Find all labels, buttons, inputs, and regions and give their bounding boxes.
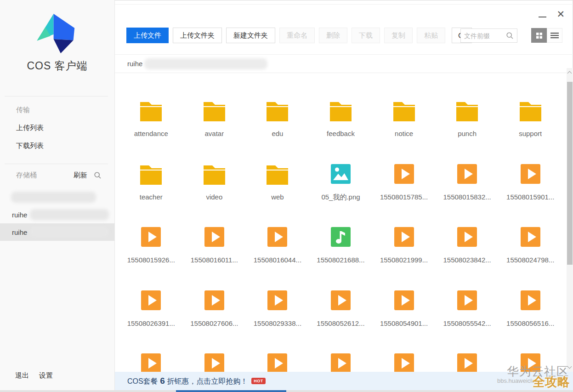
vertical-scrollbar[interactable]	[567, 68, 573, 372]
hot-badge: HOT	[251, 378, 266, 384]
folder-icon	[201, 97, 227, 124]
sidebar-item-2[interactable]: 下载列表	[0, 137, 114, 155]
video-file-icon	[328, 350, 354, 372]
toolbar-button-2[interactable]: 新建文件夹	[226, 28, 275, 43]
file-item[interactable]	[246, 349, 309, 372]
close-icon[interactable]: ✕	[556, 8, 565, 20]
grid-view-button[interactable]	[531, 28, 547, 43]
file-item[interactable]: video	[183, 159, 246, 223]
file-item[interactable]: 15508029338...	[246, 286, 309, 349]
file-item[interactable]: web	[246, 159, 309, 223]
horizontal-scrollbar-thumb[interactable]	[176, 390, 286, 392]
file-item[interactable]: feedback	[309, 96, 373, 159]
file-item[interactable]	[499, 349, 562, 372]
window-controls: ✕	[539, 8, 565, 20]
scroll-up-icon[interactable]	[567, 71, 572, 76]
sidebar-divider	[5, 164, 108, 164]
file-name: 15508055542...	[443, 319, 491, 327]
file-item[interactable]: 15508021999...	[372, 222, 436, 286]
sidebar-item-1[interactable]: 上传列表	[0, 119, 114, 137]
bucket-item-1[interactable]: ruihe	[0, 206, 114, 223]
file-item[interactable]: edu	[246, 96, 309, 159]
bucket-item-2[interactable]: ruihe	[0, 223, 114, 241]
toolbar-button-5[interactable]: 下载	[352, 28, 380, 43]
folder-icon	[138, 161, 164, 187]
file-name: notice	[395, 130, 413, 137]
file-item[interactable]: 15508015832...	[436, 159, 499, 223]
scroll-down-icon[interactable]	[567, 364, 572, 369]
promo-discount: 6	[160, 376, 165, 386]
buckets-refresh-button[interactable]: 刷新	[74, 171, 87, 180]
cos-logo-icon	[37, 14, 77, 53]
file-item[interactable]: 15508016011...	[183, 222, 246, 286]
image-file-icon	[328, 161, 354, 187]
file-item[interactable]	[309, 349, 373, 372]
file-prefix-search-input[interactable]	[464, 32, 505, 40]
file-item[interactable]: 15508054901...	[372, 286, 436, 349]
scrollbar-thumb[interactable]	[567, 82, 573, 265]
file-name: support	[519, 130, 542, 137]
promo-text-prefix: COS套餐	[127, 377, 160, 385]
video-file-icon	[517, 287, 544, 313]
bucket-item-0[interactable]	[0, 188, 114, 206]
file-name: 15508021999...	[380, 256, 428, 264]
view-toggles	[531, 28, 562, 43]
file-item[interactable]: 15508023842...	[436, 222, 499, 286]
file-item[interactable]: support	[499, 96, 562, 159]
file-name: 05_我的.png	[321, 193, 360, 202]
file-item[interactable]: punch	[436, 96, 499, 159]
video-file-icon	[517, 224, 544, 250]
file-item[interactable]: 15508056516...	[499, 286, 562, 349]
horizontal-scrollbar[interactable]	[0, 390, 573, 392]
file-item[interactable]: 15508026391...	[119, 286, 183, 349]
file-name: teacher	[140, 193, 163, 201]
video-file-icon	[391, 350, 417, 372]
video-file-icon	[201, 287, 227, 313]
file-item[interactable]: 15508015926...	[119, 222, 183, 286]
file-item[interactable]: 15508024798...	[499, 222, 562, 286]
logout-button[interactable]: 退出	[15, 371, 29, 380]
file-name: 15508052612...	[317, 319, 364, 327]
sidebar-divider	[5, 96, 108, 97]
file-item[interactable]: teacher	[119, 159, 183, 223]
sidebar: COS 客户端 传输上传列表下载列表 存储桶 刷新 ruiheruihe 退出 …	[0, 0, 115, 392]
minimize-icon[interactable]	[539, 17, 546, 17]
file-name: 15508029338...	[254, 319, 301, 327]
file-item[interactable]	[436, 349, 499, 372]
file-item[interactable]	[183, 349, 246, 372]
file-search-box	[460, 28, 517, 43]
toolbar-button-6[interactable]: 复制	[384, 28, 413, 43]
file-item[interactable]: 15508027606...	[183, 286, 246, 349]
file-item[interactable]: 15508052612...	[309, 286, 373, 349]
file-item[interactable]	[119, 349, 183, 372]
folder-icon	[264, 97, 290, 124]
file-item[interactable]: 15508015785...	[372, 159, 436, 223]
file-name: 15508015832...	[443, 193, 491, 201]
list-view-button[interactable]	[547, 28, 562, 43]
sidebar-item-0: 传输	[0, 101, 114, 119]
toolbar-button-7[interactable]: 粘贴	[417, 28, 445, 43]
file-name: 15508021688...	[317, 256, 364, 264]
file-item[interactable]: attendance	[119, 96, 183, 159]
toolbar-button-1[interactable]: 上传文件夹	[173, 28, 222, 43]
app-title: COS 客户端	[0, 59, 114, 73]
toolbar-button-3[interactable]: 重命名	[279, 28, 315, 43]
toolbar-button-4[interactable]: 删除	[319, 28, 347, 43]
file-item[interactable]: 15508016044...	[246, 222, 309, 286]
file-item[interactable]: avatar	[183, 96, 246, 159]
buckets-search-icon[interactable]	[94, 171, 102, 179]
bucket-list: ruiheruihe	[0, 188, 114, 241]
file-item[interactable]: notice	[372, 96, 436, 159]
file-item[interactable]: 05_我的.png	[309, 159, 373, 223]
file-item[interactable]	[372, 349, 436, 372]
file-item[interactable]: 15508055542...	[436, 286, 499, 349]
toolbar-button-0[interactable]: 上传文件	[126, 28, 169, 43]
file-item[interactable]: 15508015901...	[499, 159, 562, 223]
settings-button[interactable]: 设置	[39, 371, 53, 380]
toolbar-buttons: 上传文件上传文件夹新建文件夹重命名删除下载复制粘贴⟳	[126, 28, 472, 43]
promo-banner[interactable]: COS套餐 6 折钜惠，点击立即抢购！ HOT	[115, 372, 573, 390]
sidebar-nav: 传输上传列表下载列表	[0, 101, 114, 155]
file-item[interactable]: 15508021688...	[309, 222, 373, 286]
redacted-blur	[30, 227, 109, 238]
breadcrumb-bucket[interactable]: ruihe	[127, 60, 142, 68]
